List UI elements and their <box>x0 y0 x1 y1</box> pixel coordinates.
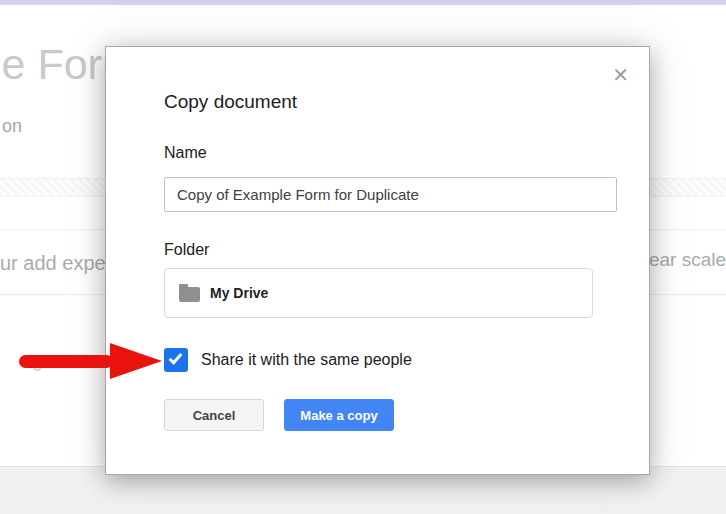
background-question-type-text: ear scale <box>649 249 726 271</box>
copy-document-dialog: ✕ Copy document Name Folder My Drive Sha… <box>105 46 650 475</box>
folder-icon <box>179 287 200 302</box>
folder-selector[interactable]: My Drive <box>164 268 593 318</box>
share-checkbox[interactable] <box>164 348 188 372</box>
folder-name: My Drive <box>210 285 268 301</box>
screen: le Form for Duplicate on ur add expe ear… <box>0 0 726 514</box>
name-field-label: Name <box>164 144 207 162</box>
annotation-arrow-head <box>110 343 162 379</box>
form-theme-color-bar <box>0 0 726 5</box>
dialog-title: Copy document <box>164 91 297 113</box>
checkmark-icon <box>169 350 183 364</box>
background-question-text: ur add expe <box>0 252 106 275</box>
cancel-button[interactable]: Cancel <box>164 399 264 431</box>
background-form-description: on <box>2 116 22 137</box>
close-icon[interactable]: ✕ <box>612 65 629 85</box>
name-input[interactable] <box>164 177 617 212</box>
folder-field-label: Folder <box>164 241 209 259</box>
make-a-copy-button[interactable]: Make a copy <box>284 399 394 431</box>
share-checkbox-label: Share it with the same people <box>201 351 412 369</box>
annotation-arrow-shaft <box>19 355 113 368</box>
